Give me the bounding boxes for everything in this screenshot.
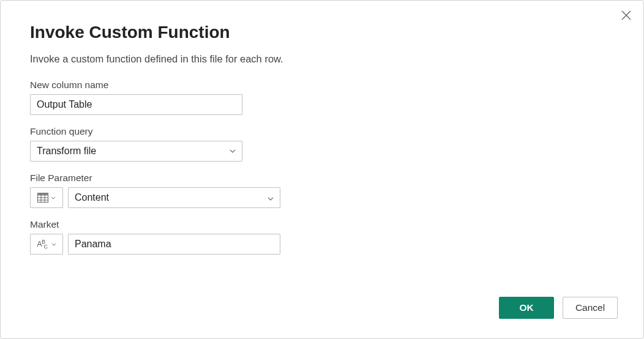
function-query-value: Transform file [37, 146, 230, 157]
dialog-subtitle: Invoke a custom function defined in this… [30, 53, 614, 65]
file-parameter-value: Content [75, 192, 268, 203]
close-button[interactable] [620, 10, 632, 23]
dialog-title: Invoke Custom Function [30, 23, 614, 42]
ok-button[interactable]: OK [499, 297, 554, 319]
chevron-down-icon [51, 196, 56, 199]
abc-icon: ABC [37, 240, 48, 248]
function-query-label: Function query [30, 126, 614, 137]
file-parameter-type-select[interactable] [30, 187, 63, 208]
market-type-select[interactable]: ABC [30, 234, 63, 255]
file-parameter-label: File Parameter [30, 173, 614, 184]
close-icon [621, 10, 631, 23]
new-column-label: New column name [30, 80, 614, 91]
invoke-custom-function-dialog: Invoke Custom Function Invoke a custom f… [0, 0, 644, 339]
chevron-down-icon [230, 149, 236, 153]
chevron-down-icon [51, 243, 56, 246]
file-parameter-select[interactable]: Content [68, 187, 280, 208]
new-column-name-input[interactable] [30, 94, 242, 115]
table-icon [37, 193, 48, 203]
cancel-button[interactable]: Cancel [563, 297, 618, 319]
function-query-select[interactable]: Transform file [30, 141, 242, 162]
chevron-down-icon [268, 192, 274, 203]
market-input[interactable] [68, 234, 280, 255]
svg-rect-3 [38, 193, 48, 196]
market-label: Market [30, 219, 614, 230]
